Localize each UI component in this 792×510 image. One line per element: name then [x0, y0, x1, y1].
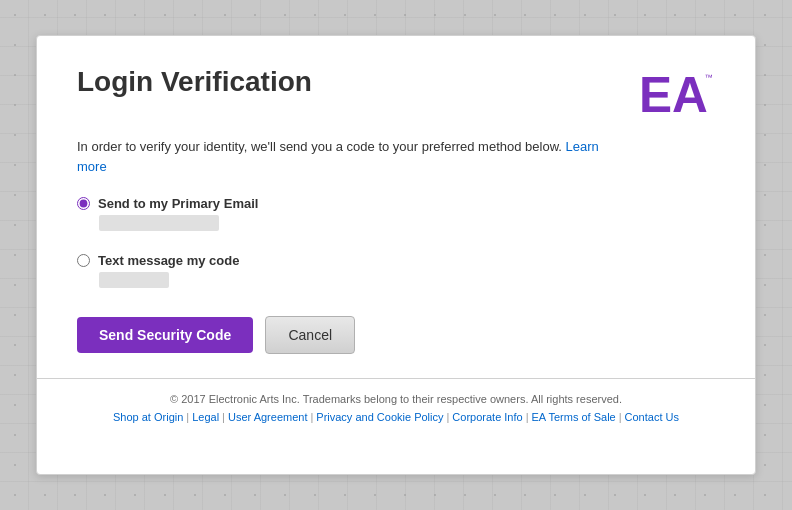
footer-link-shop-at-origin[interactable]: Shop at Origin [113, 411, 183, 423]
ea-logo: EA ™ [635, 66, 715, 121]
footer-link-corporate-info[interactable]: Corporate Info [452, 411, 522, 423]
primary-email-detail [99, 215, 219, 231]
page-title: Login Verification [77, 66, 312, 98]
footer-link-privacy[interactable]: Privacy and Cookie Policy [316, 411, 443, 423]
ea-logo-svg: EA ™ [635, 66, 715, 121]
svg-text:™: ™ [705, 73, 713, 82]
footer-link-legal[interactable]: Legal [192, 411, 219, 423]
buttons-row: Send Security Code Cancel [77, 316, 715, 354]
option-text-message: Text message my code [77, 253, 715, 292]
options-section: Send to my Primary Email Text message my… [77, 196, 715, 292]
text-message-label[interactable]: Text message my code [77, 253, 715, 268]
card-header: Login Verification EA ™ [77, 66, 715, 121]
cancel-button[interactable]: Cancel [265, 316, 355, 354]
footer-copyright: © 2017 Electronic Arts Inc. Trademarks b… [77, 393, 715, 405]
svg-text:EA: EA [639, 67, 708, 122]
send-security-code-button[interactable]: Send Security Code [77, 317, 253, 353]
footer-link-user-agreement[interactable]: User Agreement [228, 411, 307, 423]
option-primary-email: Send to my Primary Email [77, 196, 715, 235]
footer-link-ea-terms[interactable]: EA Terms of Sale [532, 411, 616, 423]
text-message-detail [99, 272, 169, 288]
text-message-radio[interactable] [77, 254, 90, 267]
footer-links: Shop at Origin|Legal|User Agreement|Priv… [77, 411, 715, 423]
primary-email-label[interactable]: Send to my Primary Email [77, 196, 715, 211]
primary-email-radio[interactable] [77, 197, 90, 210]
login-verification-card: Login Verification EA ™ In order to veri… [36, 35, 756, 475]
footer: © 2017 Electronic Arts Inc. Trademarks b… [77, 379, 715, 441]
footer-link-contact-us[interactable]: Contact Us [625, 411, 679, 423]
description-text: In order to verify your identity, we'll … [77, 137, 715, 176]
